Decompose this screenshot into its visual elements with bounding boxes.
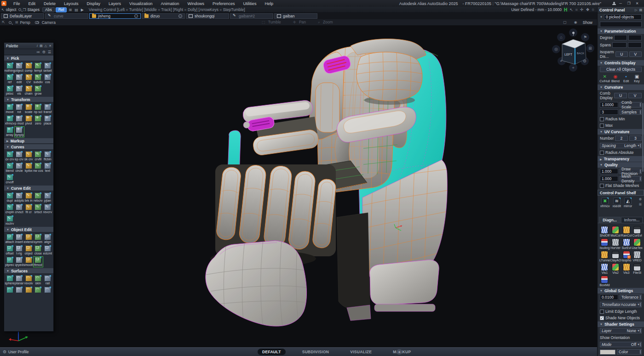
palette-tool[interactable]: vis [15,85,24,96]
shelf-tool[interactable]: ◭ mirror [624,198,632,208]
layout-icon[interactable]: ≔ [36,50,40,54]
snap-curve-icon[interactable]: ✛ [580,7,584,12]
palette-tool[interactable]: kptbx [24,163,33,173]
palette-tool[interactable]: xsctrv [5,215,14,226]
diagnostic-tool[interactable]: BoxMd [599,276,610,287]
controls-display-tool[interactable]: ✕ Cv/Hull [599,73,610,83]
snap-grid-icon[interactable]: ⌗ [575,7,578,12]
palette-tool[interactable]: np scl [34,104,43,114]
section-parameterization[interactable]: ▼ Parameterization [598,28,644,34]
palette-tool[interactable]: ep crv [15,151,24,161]
menu-item[interactable]: Preferences [208,0,239,7]
spacing-dropdown[interactable]: Spacing Length▼ [600,143,642,148]
palette-section-curve-edit[interactable]: ▼ Curve Edit [4,185,53,191]
panel-scrollbar[interactable] [642,103,644,172]
collapse-window-icon[interactable]: △ [45,44,47,48]
palette-tool[interactable]: ffcbln [43,151,52,161]
comb-scale-slider[interactable]: Comb Scale [620,102,642,107]
palette-tool[interactable]: objed [24,245,33,255]
menu-item[interactable]: Display [83,0,105,7]
shade-new-objects-checkbox[interactable]: ✓ [600,316,604,320]
gear-icon[interactable]: ⚙ [42,50,46,54]
tolerance-slider[interactable]: Tolerance [620,294,642,300]
uv-number-u-field[interactable]: 2 [615,136,627,141]
diagnostic-tool[interactable]: Vis3 [621,263,632,274]
palette-tool[interactable]: dynply [15,127,24,137]
palette-tool[interactable]: revolv [24,275,33,285]
palette-tool[interactable]: subdiv [34,74,43,84]
palette-tool[interactable]: t-rig [15,245,24,255]
palette-tool[interactable]: sk crv [24,151,33,161]
3d-viewport[interactable]: Palette ⅈ ▤ △ ✕ ≔ ⚙ ☰ ▼ Pick nothing obj… [0,26,597,347]
camera-label[interactable]: Camera [42,20,56,25]
palette-section-curves[interactable]: ▼ Curves [4,144,53,150]
minimize-button[interactable]: ─ [617,1,624,6]
palette-tool[interactable]: pjtan [43,192,52,203]
palette-tool[interactable]: crvfil [34,151,43,161]
zoom-view-icon[interactable] [9,21,12,24]
close-icon[interactable]: ✕ [49,44,52,48]
snap-point-icon[interactable]: ○ [592,7,594,12]
view-cube[interactable]: LEFT BACK [550,31,596,77]
palette-tool[interactable]: extend [24,234,33,244]
palette-tool[interactable]: array [5,127,14,137]
palette-tool[interactable]: brk in [24,192,33,203]
diagnostic-tool[interactable]: FileSt [632,263,642,274]
section-curvature[interactable]: ▼ Curvature [598,84,644,90]
maximize-button[interactable]: ❐ [626,1,632,6]
list-icon[interactable]: ▤ [75,8,78,12]
diagnostic-tool[interactable]: Vis1 [599,263,610,274]
user-profile-button[interactable]: ⚙ User Profile [3,350,29,354]
diagnostic-tool[interactable]: MulCol [610,226,621,237]
tessellator-dropdown[interactable]: Tessellator Accurate▼ [600,302,642,307]
control-panel-header[interactable]: Control Panel ▷▤ [598,7,644,13]
layer-tab[interactable]: dizuo ⌕ [142,13,185,19]
palette-tool[interactable]: rebcrv [34,192,43,203]
palette-tool[interactable]: chain [24,85,33,96]
menu-item[interactable]: Visualization [125,0,156,7]
workspace-tab[interactable]: SUBDIVISION [298,349,334,355]
detach-icon[interactable]: ▷ [635,8,637,12]
palette-tool[interactable]: edcmt [43,245,52,255]
palette-section-surfaces[interactable]: ▼ Surfaces [4,268,53,274]
palette-tool[interactable]: attach [5,234,14,244]
comb-u-button[interactable]: U [614,93,627,98]
picked-objects-field[interactable]: 0 picked objects [604,14,642,20]
palette-tool[interactable] [24,287,33,293]
menu-item[interactable]: Layers [104,0,125,7]
control-panel-shelf-header[interactable]: Control Panel Shelf [598,190,644,196]
palette-tool[interactable]: rot [15,104,24,114]
palette-tool[interactable]: grow [34,85,43,96]
layer-dropdown[interactable]: Layer None▼ [600,328,642,333]
palette-tool[interactable]: planar [15,275,24,285]
radius-min-checkbox[interactable] [600,117,604,121]
shelf-menu-icon[interactable]: ☰ [639,203,642,206]
object-name-field[interactable] [600,22,642,27]
palette-tool[interactable]: p mod [15,115,24,125]
palette-tool[interactable]: symm [34,234,43,244]
pick-object-label[interactable]: object [6,7,17,12]
controls-display-tool[interactable]: ◉ Blend [610,73,621,83]
color-slider[interactable]: Color [617,349,642,355]
info-icon[interactable]: ⅈ [37,44,38,48]
controls-display-tool[interactable]: ▪ Edit [621,73,632,83]
palette-section-pick[interactable]: ▼ Pick [4,55,53,61]
palette-tool[interactable]: sphere [5,275,14,285]
palette-tool[interactable]: crvpln [5,204,14,214]
palette-tool[interactable]: addpts [15,192,24,203]
panel-menu-icon[interactable]: ▤ [639,8,642,12]
clear-all-objects-button[interactable]: Clear All Objects [600,67,642,72]
palette-tool[interactable]: insert [15,234,24,244]
palette-tool[interactable]: place [43,115,52,125]
layer-magnifier-badge[interactable]: ⌕ [134,14,138,18]
limit-edge-checkbox[interactable] [600,310,604,314]
menu-item[interactable]: File [9,0,24,7]
palette-tool[interactable] [43,287,52,293]
palette-tool[interactable]: transf [43,104,52,114]
diagnostic-tool[interactable]: ClayAO [610,251,621,262]
color-swatch[interactable] [600,350,615,355]
snap-cv-icon[interactable]: ❖ [586,7,589,12]
show-orientation-label[interactable]: Show Orientation [600,335,630,340]
palette-section-markup[interactable]: ▶ Markup [4,138,53,144]
menu-item[interactable]: Animation [156,0,183,7]
